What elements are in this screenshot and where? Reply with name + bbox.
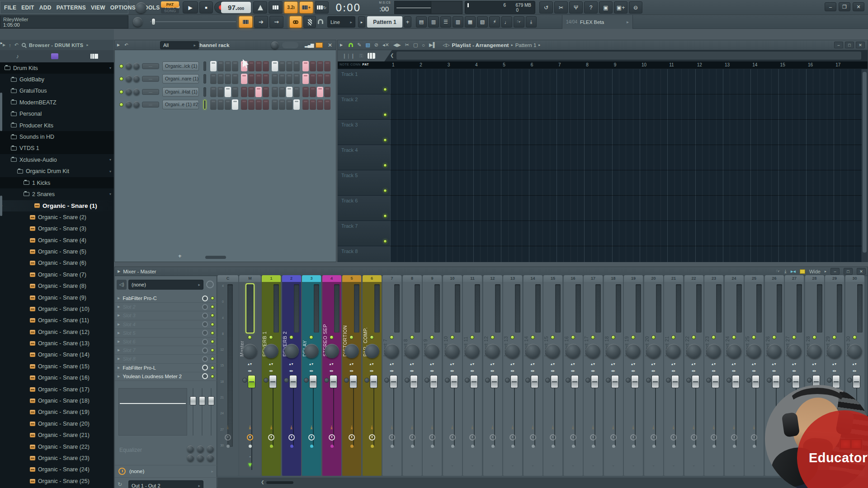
- channel-name-button[interactable]: Organi..nare (1): [162, 74, 199, 84]
- strip-send-icon[interactable]: ⤓: [282, 424, 301, 430]
- collapse-icon[interactable]: ⌄: [704, 463, 723, 467]
- step-cell-11[interactable]: [286, 61, 292, 71]
- up-down-icon[interactable]: ▴▾: [483, 362, 502, 366]
- fx-slot-9[interactable]: ▶FabFilter Pro-L: [115, 364, 217, 372]
- strip-knob[interactable]: [566, 344, 580, 358]
- playlist-panel-button[interactable]: ▤: [416, 16, 427, 28]
- left-right-icon[interactable]: ◂▸: [503, 369, 522, 373]
- strip-fader-mode[interactable]: [827, 378, 832, 383]
- stop-button[interactable]: ■: [199, 1, 213, 14]
- strip-fader-mode[interactable]: [746, 378, 751, 383]
- mixer-strip-18[interactable]: 18Insert 18▴▾◂▸⤓⌄: [604, 275, 623, 476]
- slot-enable-led[interactable]: [211, 331, 214, 335]
- zoom-icon[interactable]: ○: [422, 42, 425, 48]
- playlist-track-8[interactable]: Track 8: [338, 246, 390, 262]
- strip-header-8[interactable]: 8: [403, 275, 422, 282]
- strip-header-21[interactable]: 21: [664, 275, 683, 282]
- master-fader[interactable]: [248, 375, 255, 388]
- metronome-rec-button[interactable]: +: [299, 1, 313, 14]
- mixer-strip-3[interactable]: 3DELAY▴▾◂▸⤓: [302, 275, 321, 476]
- fx-slot-4[interactable]: ▶Slot 4: [115, 320, 217, 329]
- strip-knob[interactable]: [465, 344, 480, 358]
- current-send-icon[interactable]: ⤓: [217, 424, 238, 430]
- strip-clock-icon[interactable]: [409, 434, 415, 441]
- fx-slot-6[interactable]: ▶Slot 6: [115, 338, 217, 346]
- volume-knob[interactable]: [133, 63, 140, 69]
- master-fader-mode[interactable]: [242, 378, 247, 383]
- strip-header-24[interactable]: 24: [725, 275, 744, 282]
- step-cell-7[interactable]: [255, 61, 262, 71]
- slider-handle[interactable]: [151, 18, 156, 25]
- hint-arrow-icon[interactable]: ▸: [627, 19, 629, 24]
- cpu-memory-panel[interactable]: 6 679 MB 0: [465, 1, 535, 14]
- tree-item-organic-snare-21-[interactable]: Organic - Snare (21): [0, 430, 114, 441]
- strip-led[interactable]: [591, 335, 595, 339]
- strip-send-icon[interactable]: ⤓: [463, 424, 482, 430]
- strip-knob[interactable]: [626, 344, 641, 358]
- slot-mix-knob[interactable]: [202, 296, 208, 301]
- pattern-add-button[interactable]: +: [404, 16, 411, 28]
- eq-freq-knob-2[interactable]: [197, 446, 204, 452]
- target-mixer-track[interactable]: —: [142, 102, 159, 108]
- step-cell-3[interactable]: [225, 87, 231, 97]
- strip-header-25[interactable]: 25: [745, 275, 764, 282]
- plugins-tab-icon[interactable]: [51, 53, 58, 59]
- tree-item-xclusive-audio[interactable]: Xclusive-Audio▾: [0, 154, 114, 165]
- up-down-icon[interactable]: ▴▾: [363, 362, 382, 366]
- automation-row[interactable]: (none) ▸: [115, 465, 217, 478]
- up-down-icon[interactable]: ▴▾: [825, 362, 844, 366]
- rack-filter-dropdown[interactable]: All▸: [160, 41, 199, 49]
- eq-freq-knob-3[interactable]: [207, 446, 214, 452]
- pencil-icon[interactable]: ✎: [357, 42, 361, 48]
- collapse-icon[interactable]: ⌄: [584, 463, 603, 467]
- strip-fader-mode[interactable]: [485, 378, 490, 383]
- strip-fader-mode[interactable]: [606, 378, 611, 383]
- file-button[interactable]: ▧: [477, 16, 488, 28]
- close-button[interactable]: ✕: [853, 2, 864, 11]
- left-right-icon[interactable]: ◂▸: [382, 369, 401, 373]
- strip-clock-icon[interactable]: [308, 434, 315, 441]
- tree-item-organic-snare-10-[interactable]: Organic - Snare (10): [0, 303, 114, 314]
- strip-send-icon[interactable]: ⤓: [644, 424, 663, 430]
- tree-item-personal[interactable]: Personal: [0, 108, 114, 120]
- fx-speaker-icon[interactable]: ◁): [117, 280, 127, 290]
- left-right-icon[interactable]: ◂▸: [584, 369, 603, 373]
- strip-fader-mode[interactable]: [405, 378, 410, 383]
- playlist-maximize-button[interactable]: □: [845, 42, 854, 48]
- left-right-icon[interactable]: ◂▸: [564, 369, 583, 373]
- left-right-icon[interactable]: ◂▸: [423, 369, 442, 373]
- current-clock-icon[interactable]: [225, 434, 231, 441]
- expanded-icon[interactable]: ▾: [109, 66, 111, 70]
- left-right-icon[interactable]: ◂▸: [664, 369, 683, 373]
- strip-fader[interactable]: [832, 375, 840, 388]
- strip-fader-mode[interactable]: [706, 378, 711, 383]
- left-right-icon[interactable]: ◂▸: [684, 369, 703, 373]
- master-led[interactable]: [248, 335, 252, 339]
- playlist-track-7[interactable]: Track 7: [338, 221, 390, 246]
- pan-knob[interactable]: [126, 75, 132, 82]
- rack-swing-slider[interactable]: [282, 42, 298, 48]
- strip-knob[interactable]: [304, 344, 319, 358]
- plugin-picker-button[interactable]: ▦: [465, 16, 476, 28]
- strip-fader[interactable]: [269, 375, 277, 388]
- strips-scroll-left-icon[interactable]: ❮: [261, 480, 264, 484]
- collapse-icon[interactable]: ⌄: [543, 463, 562, 467]
- menu-item-options[interactable]: OPTIONS: [110, 5, 136, 11]
- strip-knob[interactable]: [767, 344, 782, 358]
- strip-fader[interactable]: [732, 375, 740, 388]
- menu-item-view[interactable]: VIEW: [91, 5, 105, 11]
- touch-mixer-icon[interactable]: ☞: [776, 268, 780, 274]
- step-cell-4[interactable]: [232, 61, 238, 71]
- playback-icon[interactable]: ▶▌: [429, 42, 436, 48]
- tree-item-organic-snare-11-[interactable]: Organic - Snare (11): [0, 315, 114, 326]
- strip-fader[interactable]: [611, 375, 619, 388]
- fx-slot-5[interactable]: ▶Slot 5: [115, 329, 217, 338]
- strip-fader-mode[interactable]: [626, 378, 631, 383]
- strip-led[interactable]: [491, 335, 495, 339]
- strip-led[interactable]: [269, 335, 273, 339]
- left-right-icon[interactable]: ◂▸: [443, 369, 462, 373]
- strip-led[interactable]: [370, 335, 374, 339]
- step-cell-4[interactable]: [232, 99, 238, 110]
- strip-clock-icon[interactable]: [590, 434, 596, 441]
- strip-header-2[interactable]: 2: [282, 275, 301, 282]
